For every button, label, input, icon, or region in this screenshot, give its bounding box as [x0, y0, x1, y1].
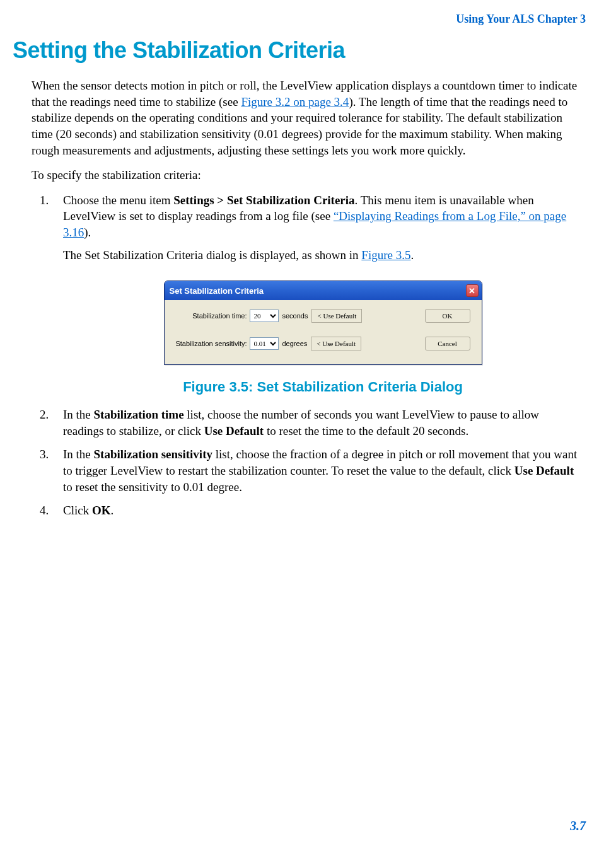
- step4-text-2: .: [110, 504, 113, 517]
- intro-paragraph: When the sensor detects motion in pitch …: [32, 78, 586, 158]
- step1-bold-1: Settings > Set Stabilization Criteria: [173, 194, 354, 207]
- stabilization-dialog: Set Stabilization Criteria ✕ Stabilizati…: [164, 281, 482, 365]
- step2-bold-2: Use Default: [204, 424, 264, 437]
- step1-text-3: ).: [84, 226, 91, 239]
- link-figure-3-2[interactable]: Figure 3.2 on page 3.4: [241, 95, 349, 108]
- step-1: Choose the menu item Settings > Set Stab…: [52, 192, 583, 397]
- form-row-time: Stabilization time: 20 seconds < Use Def…: [171, 309, 475, 323]
- ok-button[interactable]: OK: [425, 309, 470, 323]
- dialog-title: Set Stabilization Criteria: [170, 286, 264, 297]
- use-default-time-button[interactable]: < Use Default: [311, 309, 362, 323]
- step-4: Click OK.: [52, 502, 583, 519]
- dialog-body: Stabilization time: 20 seconds < Use Def…: [165, 300, 482, 364]
- lead-in-text: To specify the stabilization criteria:: [32, 167, 586, 183]
- dialog-figure: Set Stabilization Criteria ✕ Stabilizati…: [63, 281, 583, 365]
- select-stabilization-time[interactable]: 20: [250, 310, 279, 322]
- step1-subtext: The Set Stabilization Criteria dialog is…: [63, 247, 583, 263]
- step4-text-1: Click: [63, 504, 92, 517]
- step3-bold-2: Use Default: [514, 464, 574, 477]
- dialog-titlebar: Set Stabilization Criteria ✕: [165, 281, 482, 300]
- form-row-sensitivity: Stabilization sensitivity: 0.01 degrees …: [171, 337, 475, 350]
- link-figure-3-5[interactable]: Figure 3.5: [361, 248, 410, 262]
- cancel-button[interactable]: Cancel: [425, 337, 470, 350]
- page-header: Using Your ALS Chapter 3: [13, 13, 586, 26]
- step2-bold-1: Stabilization time: [94, 408, 184, 421]
- unit-seconds: seconds: [282, 311, 308, 321]
- step2-text-1: In the: [63, 408, 94, 421]
- step-2: In the Stabilization time list, choose t…: [52, 407, 583, 439]
- label-stabilization-sensitivity: Stabilization sensitivity:: [171, 339, 250, 349]
- step3-text-3: to reset the sensitivity to 0.01 degree.: [63, 480, 242, 494]
- page-number: 3.7: [570, 819, 586, 833]
- step-3: In the Stabilization sensitivity list, c…: [52, 446, 583, 495]
- step4-bold-1: OK: [92, 504, 111, 517]
- select-stabilization-sensitivity[interactable]: 0.01: [250, 337, 279, 350]
- unit-degrees: degrees: [282, 339, 308, 349]
- step1-sub-1: The Set Stabilization Criteria dialog is…: [63, 248, 361, 262]
- step1-sub-2: .: [410, 248, 414, 262]
- label-stabilization-time: Stabilization time:: [171, 311, 250, 321]
- step2-text-3: to reset the time to the default 20 seco…: [264, 424, 468, 437]
- close-icon[interactable]: ✕: [466, 284, 479, 297]
- use-default-sensitivity-button[interactable]: < Use Default: [311, 337, 361, 350]
- step3-bold-1: Stabilization sensitivity: [94, 448, 212, 461]
- step3-text-1: In the: [63, 448, 94, 461]
- step1-text-1: Choose the menu item: [63, 194, 173, 207]
- figure-caption: Figure 3.5: Set Stabilization Criteria D…: [63, 378, 583, 397]
- section-title: Setting the Stabilization Criteria: [13, 37, 586, 64]
